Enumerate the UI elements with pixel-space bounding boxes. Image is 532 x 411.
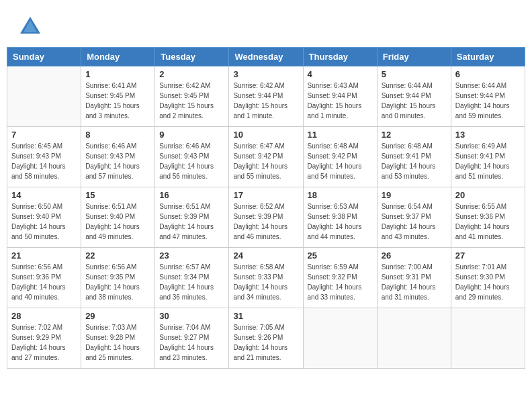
- header-cell-saturday: Saturday: [451, 48, 525, 66]
- day-cell: 9Sunrise: 6:46 AMSunset: 9:43 PMDaylight…: [155, 127, 229, 187]
- day-cell: 29Sunrise: 7:03 AMSunset: 9:28 PMDayligh…: [81, 308, 155, 369]
- day-info: Sunrise: 6:53 AMSunset: 9:38 PMDaylight:…: [308, 201, 373, 242]
- day-info: Sunrise: 6:57 AMSunset: 9:34 PMDaylight:…: [159, 262, 224, 302]
- day-cell: 16Sunrise: 6:51 AMSunset: 9:39 PMDayligh…: [155, 187, 229, 248]
- day-cell: 13Sunrise: 6:49 AMSunset: 9:41 PMDayligh…: [451, 127, 525, 187]
- day-info: Sunrise: 7:01 AMSunset: 9:30 PMDaylight:…: [455, 262, 521, 302]
- day-cell: 1Sunrise: 6:41 AMSunset: 9:45 PMDaylight…: [81, 66, 155, 127]
- logo: [17, 13, 46, 40]
- day-info: Sunrise: 7:02 AMSunset: 9:29 PMDaylight:…: [11, 322, 77, 363]
- day-number: 18: [308, 190, 373, 200]
- day-number: 29: [85, 311, 150, 321]
- day-cell: [377, 308, 451, 369]
- day-info: Sunrise: 6:48 AMSunset: 9:41 PMDaylight:…: [382, 141, 447, 181]
- day-cell: 15Sunrise: 6:51 AMSunset: 9:40 PMDayligh…: [81, 187, 155, 248]
- calendar-body: 1Sunrise: 6:41 AMSunset: 9:45 PMDaylight…: [7, 66, 525, 369]
- day-cell: 6Sunrise: 6:44 AMSunset: 9:44 PMDaylight…: [451, 66, 525, 127]
- day-number: 10: [233, 130, 298, 140]
- day-info: Sunrise: 6:47 AMSunset: 9:42 PMDaylight:…: [233, 141, 298, 181]
- day-cell: 23Sunrise: 6:57 AMSunset: 9:34 PMDayligh…: [155, 248, 229, 308]
- calendar-table: SundayMondayTuesdayWednesdayThursdayFrid…: [7, 47, 525, 369]
- day-cell: 27Sunrise: 7:01 AMSunset: 9:30 PMDayligh…: [451, 248, 525, 308]
- header-cell-monday: Monday: [81, 48, 155, 66]
- week-row-5: 28Sunrise: 7:02 AMSunset: 9:29 PMDayligh…: [7, 308, 525, 369]
- day-cell: 14Sunrise: 6:50 AMSunset: 9:40 PMDayligh…: [7, 187, 81, 248]
- day-cell: 31Sunrise: 7:05 AMSunset: 9:26 PMDayligh…: [229, 308, 303, 369]
- day-cell: 10Sunrise: 6:47 AMSunset: 9:42 PMDayligh…: [229, 127, 303, 187]
- week-row-3: 14Sunrise: 6:50 AMSunset: 9:40 PMDayligh…: [7, 187, 525, 248]
- day-number: 17: [233, 190, 298, 200]
- day-info: Sunrise: 6:48 AMSunset: 9:42 PMDaylight:…: [308, 141, 373, 181]
- day-cell: [7, 66, 81, 127]
- header-cell-friday: Friday: [377, 48, 451, 66]
- day-cell: 7Sunrise: 6:45 AMSunset: 9:43 PMDaylight…: [7, 127, 81, 187]
- day-number: 22: [85, 250, 150, 261]
- day-info: Sunrise: 6:42 AMSunset: 9:45 PMDaylight:…: [159, 81, 224, 121]
- day-cell: 30Sunrise: 7:04 AMSunset: 9:27 PMDayligh…: [155, 308, 229, 369]
- day-number: 3: [233, 69, 298, 79]
- day-info: Sunrise: 6:56 AMSunset: 9:36 PMDaylight:…: [11, 262, 77, 302]
- day-number: 16: [159, 190, 224, 200]
- day-cell: 22Sunrise: 6:56 AMSunset: 9:35 PMDayligh…: [81, 248, 155, 308]
- day-cell: [303, 308, 377, 369]
- day-number: 2: [159, 69, 224, 79]
- day-number: 23: [159, 250, 224, 261]
- day-number: 28: [11, 311, 77, 321]
- day-cell: 11Sunrise: 6:48 AMSunset: 9:42 PMDayligh…: [303, 127, 377, 187]
- day-cell: [451, 308, 525, 369]
- day-number: 15: [85, 190, 150, 200]
- day-cell: 21Sunrise: 6:56 AMSunset: 9:36 PMDayligh…: [7, 248, 81, 308]
- header-cell-sunday: Sunday: [7, 48, 81, 66]
- day-info: Sunrise: 6:50 AMSunset: 9:40 PMDaylight:…: [11, 201, 77, 242]
- week-row-4: 21Sunrise: 6:56 AMSunset: 9:36 PMDayligh…: [7, 248, 525, 308]
- day-info: Sunrise: 6:42 AMSunset: 9:44 PMDaylight:…: [233, 81, 298, 121]
- header: [7, 7, 525, 44]
- day-number: 21: [11, 250, 77, 261]
- day-info: Sunrise: 6:52 AMSunset: 9:39 PMDaylight:…: [233, 201, 298, 242]
- day-cell: 25Sunrise: 6:59 AMSunset: 9:32 PMDayligh…: [303, 248, 377, 308]
- day-number: 14: [11, 190, 77, 200]
- day-info: Sunrise: 6:51 AMSunset: 9:39 PMDaylight:…: [159, 201, 224, 242]
- day-number: 4: [308, 69, 373, 79]
- day-cell: 26Sunrise: 7:00 AMSunset: 9:31 PMDayligh…: [377, 248, 451, 308]
- day-number: 25: [308, 250, 373, 261]
- day-number: 9: [159, 130, 224, 140]
- day-info: Sunrise: 6:41 AMSunset: 9:45 PMDaylight:…: [85, 81, 150, 121]
- day-cell: 2Sunrise: 6:42 AMSunset: 9:45 PMDaylight…: [155, 66, 229, 127]
- day-info: Sunrise: 6:43 AMSunset: 9:44 PMDaylight:…: [308, 81, 373, 121]
- day-cell: 8Sunrise: 6:46 AMSunset: 9:43 PMDaylight…: [81, 127, 155, 187]
- day-info: Sunrise: 7:03 AMSunset: 9:28 PMDaylight:…: [85, 322, 150, 363]
- day-number: 1: [85, 69, 150, 79]
- day-cell: 18Sunrise: 6:53 AMSunset: 9:38 PMDayligh…: [303, 187, 377, 248]
- day-info: Sunrise: 6:46 AMSunset: 9:43 PMDaylight:…: [159, 141, 224, 181]
- day-info: Sunrise: 6:56 AMSunset: 9:35 PMDaylight:…: [85, 262, 150, 302]
- day-cell: 3Sunrise: 6:42 AMSunset: 9:44 PMDaylight…: [229, 66, 303, 127]
- day-info: Sunrise: 7:05 AMSunset: 9:26 PMDaylight:…: [233, 322, 298, 363]
- day-cell: 17Sunrise: 6:52 AMSunset: 9:39 PMDayligh…: [229, 187, 303, 248]
- header-cell-tuesday: Tuesday: [155, 48, 229, 66]
- day-cell: 20Sunrise: 6:55 AMSunset: 9:36 PMDayligh…: [451, 187, 525, 248]
- day-number: 26: [382, 250, 447, 261]
- day-info: Sunrise: 6:55 AMSunset: 9:36 PMDaylight:…: [455, 201, 521, 242]
- day-info: Sunrise: 6:58 AMSunset: 9:33 PMDaylight:…: [233, 262, 298, 302]
- day-number: 7: [11, 130, 77, 140]
- day-number: 24: [233, 250, 298, 261]
- week-row-2: 7Sunrise: 6:45 AMSunset: 9:43 PMDaylight…: [7, 127, 525, 187]
- logo-icon: [17, 13, 44, 40]
- day-cell: 24Sunrise: 6:58 AMSunset: 9:33 PMDayligh…: [229, 248, 303, 308]
- day-number: 27: [455, 250, 521, 261]
- week-row-1: 1Sunrise: 6:41 AMSunset: 9:45 PMDaylight…: [7, 66, 525, 127]
- day-number: 13: [455, 130, 521, 140]
- day-info: Sunrise: 6:49 AMSunset: 9:41 PMDaylight:…: [455, 141, 521, 181]
- day-info: Sunrise: 6:44 AMSunset: 9:44 PMDaylight:…: [455, 81, 521, 121]
- day-info: Sunrise: 6:59 AMSunset: 9:32 PMDaylight:…: [308, 262, 373, 302]
- day-info: Sunrise: 6:51 AMSunset: 9:40 PMDaylight:…: [85, 201, 150, 242]
- header-cell-wednesday: Wednesday: [229, 48, 303, 66]
- day-number: 20: [455, 190, 521, 200]
- header-cell-thursday: Thursday: [303, 48, 377, 66]
- day-number: 12: [382, 130, 447, 140]
- day-cell: 28Sunrise: 7:02 AMSunset: 9:29 PMDayligh…: [7, 308, 81, 369]
- day-info: Sunrise: 6:44 AMSunset: 9:44 PMDaylight:…: [382, 81, 447, 121]
- day-info: Sunrise: 6:54 AMSunset: 9:37 PMDaylight:…: [382, 201, 447, 242]
- day-number: 8: [85, 130, 150, 140]
